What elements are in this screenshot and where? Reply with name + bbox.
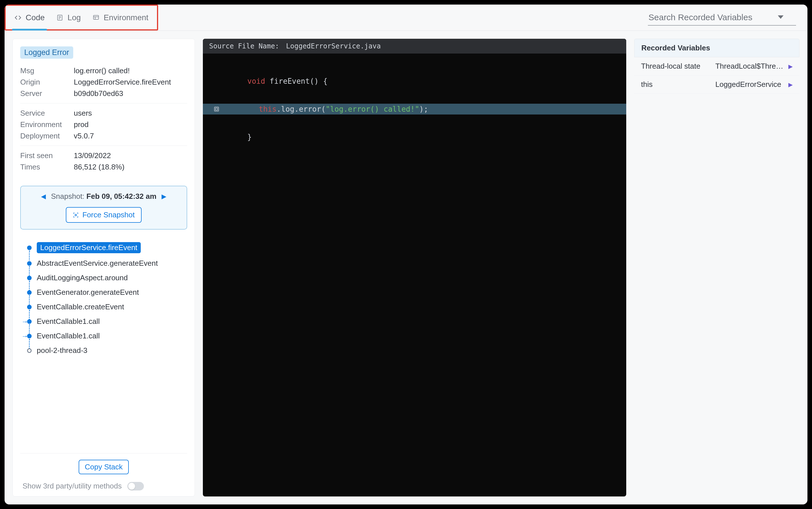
stack-frame[interactable]: →EventCallable1.call bbox=[27, 329, 187, 343]
frame-label: EventCallable1.call bbox=[37, 317, 100, 326]
detail-value: 13/09/2022 bbox=[74, 150, 111, 161]
frame-dot-icon bbox=[27, 348, 32, 353]
detail-row: OriginLoggedErrorService.fireEvent bbox=[20, 76, 187, 88]
tab-environment[interactable]: Environment bbox=[92, 6, 149, 29]
detail-value: LoggedErrorService.fireEvent bbox=[74, 76, 171, 88]
code-text: } bbox=[227, 133, 252, 141]
stack-frame[interactable]: LoggedErrorService.fireEvent bbox=[27, 239, 187, 256]
detail-key: First seen bbox=[20, 150, 69, 161]
variable-name: Thread-local state bbox=[641, 62, 711, 71]
stack-frame[interactable]: EventGenerator.generateEvent bbox=[27, 285, 187, 300]
detail-value: users bbox=[74, 107, 92, 119]
source-header-label: Source File Name: bbox=[209, 42, 279, 50]
frame-dot-icon bbox=[27, 334, 32, 338]
source-body: void fireEvent() { this.log.error("log.e… bbox=[203, 54, 626, 165]
source-panel: Source File Name: LoggedErrorService.jav… bbox=[203, 39, 626, 497]
search-input[interactable]: Search Recorded Variables bbox=[648, 10, 796, 26]
stack-frame[interactable]: pool-2-thread-3 bbox=[27, 343, 187, 358]
error-panel: Logged Error Msglog.error() called!Origi… bbox=[12, 39, 195, 497]
variables-header: Recorded Variables bbox=[634, 39, 800, 57]
detail-key: Msg bbox=[20, 65, 69, 76]
tab-log-label: Log bbox=[68, 13, 81, 22]
tab-code-label: Code bbox=[26, 13, 45, 22]
detail-key: Times bbox=[20, 161, 69, 173]
frame-label: AuditLoggingAspect.around bbox=[37, 273, 128, 282]
frame-dot-icon bbox=[27, 319, 32, 324]
top-bar: Code Log Environment Search Recorded Var… bbox=[5, 5, 807, 31]
left-footer: Copy Stack bbox=[20, 453, 187, 474]
code-icon bbox=[14, 14, 22, 21]
chevron-down-icon bbox=[778, 15, 783, 20]
stack-trace: LoggedErrorService.fireEventAbstractEven… bbox=[20, 239, 187, 453]
svg-rect-10 bbox=[215, 108, 217, 110]
code-line-highlighted[interactable]: this.log.error("log.error() called!"); bbox=[203, 104, 626, 114]
source-header: Source File Name: LoggedErrorService.jav… bbox=[203, 39, 626, 54]
svg-rect-9 bbox=[214, 107, 219, 111]
variable-name: this bbox=[641, 80, 711, 89]
token-keyword: void bbox=[247, 77, 265, 86]
variable-value: LoggedErrorService bbox=[715, 80, 784, 89]
detail-row: Deploymentv5.0.7 bbox=[20, 130, 187, 142]
third-party-toggle[interactable] bbox=[127, 482, 144, 490]
tab-code[interactable]: Code bbox=[14, 6, 45, 29]
variable-row[interactable]: thisLoggedErrorService▶ bbox=[634, 75, 800, 94]
token: ); bbox=[419, 105, 428, 113]
code-line: } bbox=[203, 132, 626, 142]
frame-label: LoggedErrorService.fireEvent bbox=[37, 242, 141, 253]
detail-group: ServiceusersEnvironmentprodDeploymentv5.… bbox=[20, 107, 187, 146]
log-icon bbox=[56, 14, 64, 21]
variable-value: ThreadLocal$ThreadL… bbox=[715, 62, 784, 71]
frame-label: EventCallable1.call bbox=[37, 332, 100, 340]
variable-row[interactable]: Thread-local stateThreadLocal$ThreadL…▶ bbox=[634, 57, 800, 75]
code-text: void fireEvent() { bbox=[227, 77, 328, 86]
snapshot-prev-icon[interactable]: ◀ bbox=[41, 193, 46, 200]
detail-row: Serverb09d0b70ed63 bbox=[20, 88, 187, 99]
stack-frame[interactable]: →EventCallable1.call bbox=[27, 314, 187, 329]
stack-frame[interactable]: AuditLoggingAspect.around bbox=[27, 271, 187, 285]
token-string: "log.error() called!" bbox=[326, 105, 419, 113]
detail-key: Deployment bbox=[20, 130, 69, 142]
tab-environment-label: Environment bbox=[104, 13, 148, 22]
copy-stack-button[interactable]: Copy Stack bbox=[79, 460, 129, 474]
breakpoint-icon[interactable] bbox=[210, 106, 223, 112]
detail-group: Msglog.error() called!OriginLoggedErrorS… bbox=[20, 65, 187, 103]
stack-frame[interactable]: EventCallable.createEvent bbox=[27, 300, 187, 314]
target-icon bbox=[73, 212, 79, 218]
frame-dot-icon bbox=[27, 305, 32, 309]
frame-label: EventGenerator.generateEvent bbox=[37, 288, 139, 297]
detail-value: b09d0b70ed63 bbox=[74, 88, 123, 99]
frame-dot-icon bbox=[27, 290, 32, 295]
search-container: Search Recorded Variables bbox=[648, 5, 796, 31]
force-snapshot-button[interactable]: Force Snapshot bbox=[66, 207, 142, 223]
tab-log[interactable]: Log bbox=[56, 6, 81, 29]
source-file-name: LoggedErrorService.java bbox=[286, 42, 381, 50]
detail-row: Msglog.error() called! bbox=[20, 65, 187, 76]
detail-row: Serviceusers bbox=[20, 107, 187, 119]
detail-row: Times86,512 (18.8%) bbox=[20, 161, 187, 173]
detail-value: v5.0.7 bbox=[74, 130, 94, 142]
snapshot-box: ◀ Snapshot: Feb 09, 05:42:32 am ▶ Force … bbox=[20, 186, 187, 230]
snapshot-label: Snapshot: bbox=[51, 192, 84, 201]
svg-rect-4 bbox=[94, 15, 99, 20]
frame-dot-icon bbox=[27, 261, 32, 266]
token: fireEvent() { bbox=[265, 77, 328, 86]
frame-dot-icon bbox=[27, 276, 32, 280]
view-tabs: Code Log Environment bbox=[5, 5, 158, 31]
stack-frame[interactable]: AbstractEventService.generateEvent bbox=[27, 256, 187, 271]
snapshot-next-icon[interactable]: ▶ bbox=[162, 193, 166, 200]
detail-row: First seen13/09/2022 bbox=[20, 150, 187, 161]
variables-panel: Recorded Variables Thread-local stateThr… bbox=[634, 39, 800, 497]
frame-dot-icon bbox=[27, 245, 32, 250]
detail-group: First seen13/09/2022Times86,512 (18.8%) bbox=[20, 150, 187, 177]
frame-label: EventCallable.createEvent bbox=[37, 303, 124, 311]
copy-stack-label: Copy Stack bbox=[85, 463, 123, 471]
detail-key: Origin bbox=[20, 76, 69, 88]
snapshot-time: Feb 09, 05:42:32 am bbox=[86, 192, 157, 201]
detail-value: prod bbox=[74, 119, 89, 130]
frame-label: AbstractEventService.generateEvent bbox=[37, 259, 158, 268]
variables-list: Thread-local stateThreadLocal$ThreadL…▶t… bbox=[634, 57, 800, 94]
force-snapshot-label: Force Snapshot bbox=[82, 210, 135, 219]
environment-icon bbox=[92, 14, 100, 21]
chevron-right-icon: ▶ bbox=[788, 81, 792, 88]
detail-key: Service bbox=[20, 107, 69, 119]
